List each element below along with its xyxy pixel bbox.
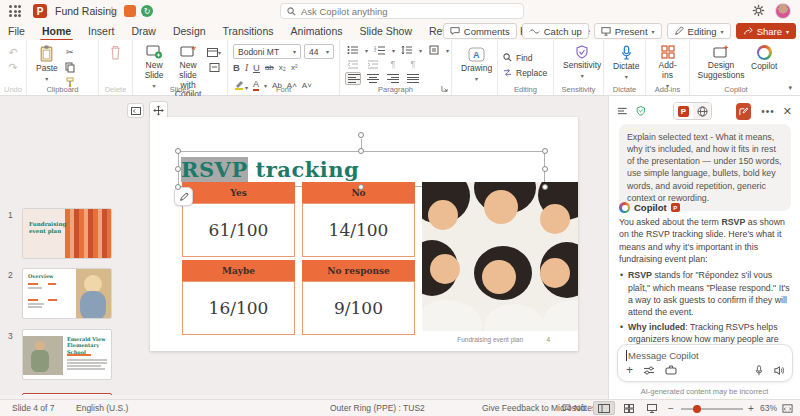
numbering-button[interactable]: 12 (372, 44, 388, 56)
web-scope-icon[interactable] (693, 103, 712, 119)
tab-insert[interactable]: Insert (88, 25, 114, 37)
slide-editor[interactable]: RSVP tracking Yes 61/100 No 14/100 Maybe… (150, 117, 578, 351)
superscript-button[interactable]: x² (291, 63, 298, 72)
zoom-level[interactable]: 63% (760, 403, 777, 413)
slide-thumbnail-3[interactable]: Emerald View Elementary School (22, 329, 112, 380)
selection-handle[interactable] (542, 184, 548, 190)
line-spacing-button[interactable] (399, 44, 415, 56)
saved-status-icon[interactable]: ↻ (141, 5, 153, 17)
selection-handle[interactable] (358, 184, 364, 190)
replace-button[interactable]: Replace (503, 68, 547, 78)
comments-button[interactable]: Comments (443, 23, 517, 39)
copy-icon[interactable] (62, 61, 78, 73)
font-name-select[interactable]: Bodoni MT▾ (233, 44, 301, 59)
font-size-select[interactable]: 44▾ (304, 44, 334, 59)
zoom-slider-track[interactable] (681, 408, 743, 410)
undo-icon[interactable]: ↶ (5, 46, 21, 58)
close-pane-icon[interactable]: ✕ (783, 105, 792, 118)
italic-button[interactable]: I (245, 63, 248, 73)
find-button[interactable]: Find (503, 53, 533, 63)
favorite-star-icon[interactable]: ☆ (107, 4, 117, 17)
attach-plus-icon[interactable]: + (626, 363, 633, 377)
underline-button[interactable]: U (253, 62, 260, 73)
slide-sorter-view-button[interactable] (618, 401, 640, 415)
slide-count[interactable]: Slide 4 of 7 (12, 403, 55, 413)
more-options-icon[interactable]: ••• (761, 106, 775, 117)
delete-button[interactable] (105, 44, 126, 61)
bullets-button[interactable] (345, 44, 361, 56)
new-slide-button[interactable]: New Slide▾ (138, 44, 170, 90)
slide-title-text[interactable]: RSVP tracking (181, 157, 359, 182)
slide-thumbnail-2[interactable]: Overview (22, 268, 112, 319)
table-value-no[interactable]: 14/100 (302, 203, 415, 257)
table-header-maybe[interactable]: Maybe (182, 260, 295, 281)
present-dropdown-icon[interactable]: ▾ (652, 28, 655, 35)
slide-thumbnail-1[interactable]: Fundraising event plan (22, 208, 112, 259)
new-chat-button[interactable] (736, 103, 751, 120)
message-input[interactable]: Message Copilot (626, 350, 784, 361)
table-value-noresponse[interactable]: 9/100 (302, 281, 415, 335)
fit-to-window-icon[interactable] (782, 403, 793, 414)
notes-toggle[interactable]: Notes (562, 403, 596, 413)
zoom-slider-handle[interactable] (693, 405, 701, 413)
redo-icon[interactable]: ↷ (5, 61, 21, 73)
slide-photo[interactable] (422, 182, 578, 331)
align-right-button[interactable] (385, 72, 401, 85)
sensitivity-button[interactable]: Sensitivity▾ (559, 44, 605, 81)
app-launcher-icon[interactable] (9, 5, 21, 17)
user-avatar[interactable] (775, 3, 791, 19)
table-header-noresponse[interactable]: No response (302, 260, 415, 281)
protected-shield-icon[interactable] (636, 105, 646, 117)
tab-animations[interactable]: Animations (291, 25, 343, 37)
align-left-button[interactable] (345, 72, 361, 85)
paragraph-marks2-icon[interactable]: ¶ (405, 58, 421, 70)
table-header-yes[interactable]: Yes (182, 182, 295, 203)
scope-toggle[interactable]: P (673, 102, 712, 120)
zoom-out-button[interactable]: − (668, 403, 674, 414)
copilot-button[interactable]: Copilot (747, 44, 781, 73)
slide-thumbnail-4-selected[interactable]: RSVP tracking Yes 61/100 No 14/100 Maybe… (22, 393, 112, 395)
paste-button[interactable]: Paste▾ (32, 44, 62, 84)
increase-indent-icon[interactable] (365, 58, 381, 70)
present-button[interactable]: Present▾ (594, 23, 662, 39)
tune-options-icon[interactable] (643, 366, 655, 375)
zoom-in-button[interactable]: + (748, 403, 754, 414)
message-input-card[interactable]: Message Copilot + (617, 344, 793, 382)
collapse-pane-icon[interactable] (127, 103, 144, 118)
drawing-button[interactable]: A Drawing▾ (457, 46, 496, 84)
normal-view-button[interactable] (593, 401, 615, 415)
tab-design[interactable]: Design (173, 25, 206, 37)
tab-transitions[interactable]: Transitions (223, 25, 274, 37)
powerpoint-logo-icon[interactable]: P (33, 4, 47, 18)
selection-handle[interactable] (358, 148, 364, 154)
justify-button[interactable] (405, 72, 421, 85)
dictate-button[interactable]: Dictate▾ (609, 44, 643, 82)
rotate-handle[interactable] (358, 132, 364, 138)
paragraph-marks-icon[interactable]: ¶ (385, 58, 401, 70)
cut-icon[interactable]: ✂ (62, 46, 78, 58)
agents-briefcase-icon[interactable] (665, 365, 677, 375)
collapse-ribbon-icon[interactable]: ▾ (788, 84, 792, 92)
design-suggestions-button[interactable]: Design Suggestions (695, 44, 747, 82)
slideshow-view-button[interactable] (641, 401, 663, 415)
tab-home[interactable]: Home (42, 25, 71, 37)
language-status[interactable]: English (U.S.) (76, 403, 128, 413)
table-value-maybe[interactable]: 16/100 (182, 281, 295, 335)
text-direction-button[interactable] (426, 44, 442, 56)
history-menu-icon[interactable] (617, 106, 628, 116)
copilot-badge-icon[interactable] (124, 5, 136, 17)
voice-mic-icon[interactable] (755, 365, 763, 376)
gear-icon[interactable] (752, 4, 765, 17)
addins-button[interactable]: Add-ins▾ (651, 44, 684, 90)
table-value-yes[interactable]: 61/100 (182, 203, 295, 257)
bold-button[interactable]: B (233, 62, 240, 73)
layout-icon[interactable]: ▾ (206, 46, 222, 58)
share-button[interactable]: Share▾ (736, 23, 796, 39)
search-input[interactable]: Ask Copilot anything (280, 3, 524, 19)
selection-handle[interactable] (542, 166, 548, 172)
selection-handle[interactable] (175, 166, 181, 172)
subscript-button[interactable]: x₂ (279, 63, 286, 72)
read-aloud-icon[interactable] (773, 365, 784, 376)
align-center-button[interactable] (365, 72, 381, 85)
reset-slide-icon[interactable] (206, 61, 222, 73)
